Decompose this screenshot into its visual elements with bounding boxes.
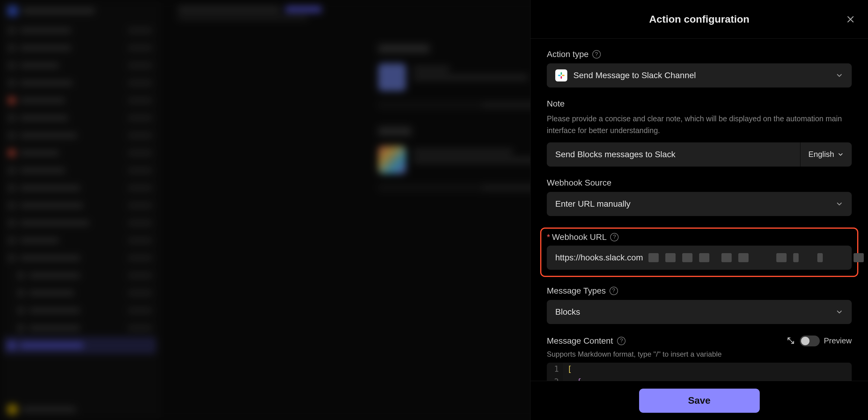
action-type-label: Action type [547, 50, 589, 59]
line-number: 1 [547, 363, 563, 376]
message-types-select[interactable]: Blocks [547, 300, 852, 324]
webhook-url-label: Webhook URL [552, 232, 607, 242]
note-input[interactable]: Send Blocks messages to Slack [547, 142, 801, 167]
expand-icon [786, 336, 795, 345]
webhook-source-label: Webhook Source [547, 178, 611, 188]
action-type-value: Send Message to Slack Channel [574, 70, 696, 80]
message-types-value: Blocks [555, 307, 580, 317]
webhook-source-value: Enter URL manually [555, 199, 631, 209]
close-button[interactable] [845, 14, 856, 25]
required-marker: * [547, 232, 550, 242]
action-config-panel: Action configuration Action type ? Send … [530, 0, 868, 420]
svg-rect-3 [561, 76, 562, 79]
webhook-url-highlight: * Webhook URL ? https://hooks.slack.com [540, 228, 858, 277]
save-button[interactable]: Save [639, 389, 760, 413]
note-language-select[interactable]: English [801, 142, 852, 167]
svg-rect-0 [558, 75, 561, 76]
close-icon [846, 15, 855, 24]
panel-footer: Save [530, 381, 868, 420]
help-icon[interactable]: ? [592, 50, 601, 59]
help-icon[interactable]: ? [610, 287, 618, 295]
message-content-group: Message Content ? Preview Supports Markd… [547, 335, 852, 381]
svg-rect-1 [562, 75, 565, 76]
preview-label: Preview [824, 336, 852, 346]
chevron-down-icon [835, 200, 843, 208]
chevron-down-icon [835, 71, 843, 79]
help-icon[interactable]: ? [610, 233, 619, 241]
svg-rect-2 [561, 72, 562, 75]
panel-title: Action configuration [649, 13, 749, 25]
message-content-hint: Supports Markdown format, type "/" to in… [547, 350, 852, 358]
webhook-url-value: https://hooks.slack.com [555, 253, 643, 263]
note-description: Please provide a concise and clear note,… [547, 113, 852, 137]
message-content-label: Message Content [547, 336, 613, 346]
message-types-label: Message Types [547, 286, 606, 296]
preview-toggle[interactable] [800, 335, 820, 347]
message-content-editor[interactable]: 1[ 2 { 3 "text": { [547, 363, 852, 381]
message-types-group: Message Types ? Blocks [547, 286, 852, 324]
chevron-down-icon [835, 308, 843, 316]
slack-icon [555, 69, 567, 82]
chevron-down-icon [837, 151, 844, 158]
webhook-source-group: Webhook Source Enter URL manually [547, 178, 852, 216]
webhook-url-masked [648, 253, 864, 262]
note-group: Note Please provide a concise and clear … [547, 99, 852, 167]
line-number: 2 [547, 376, 563, 381]
help-icon[interactable]: ? [617, 337, 625, 345]
expand-button[interactable] [786, 336, 796, 346]
action-type-group: Action type ? Send Message to Slack Chan… [547, 50, 852, 88]
webhook-source-select[interactable]: Enter URL manually [547, 192, 852, 216]
webhook-url-input[interactable]: https://hooks.slack.com [547, 246, 852, 270]
action-type-select[interactable]: Send Message to Slack Channel [547, 63, 852, 88]
panel-header: Action configuration [530, 0, 868, 39]
note-label: Note [547, 99, 565, 109]
